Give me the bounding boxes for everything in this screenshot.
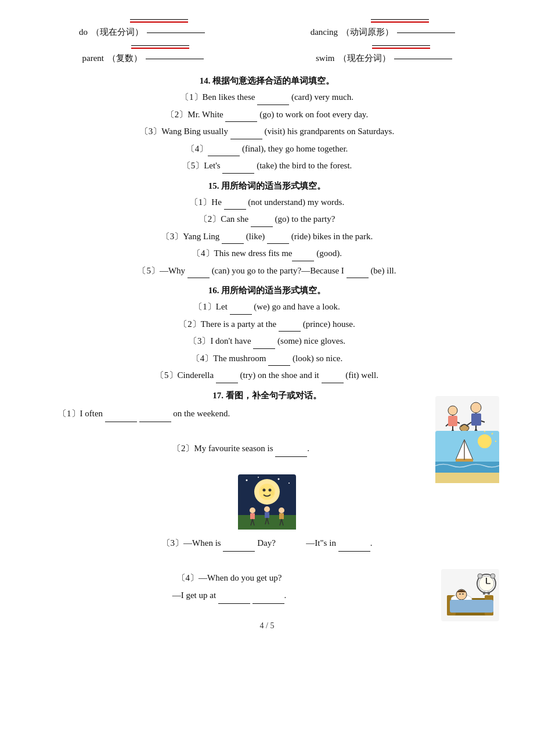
s14-item-2: 〔2〕Mr. White (go) to work on foot every … — [35, 107, 499, 123]
s15-item-3: 〔3〕Yang Ling (like) (ride) bikes in the … — [35, 229, 499, 244]
s16-item-2: 〔2〕There is a party at the (prince) hous… — [35, 317, 499, 332]
s16-item-4: 〔4〕The mushroom (look) so nice. — [35, 351, 499, 366]
line-1 — [372, 45, 430, 46]
s15-item-4: 〔4〕This new dress fits me (good). — [35, 246, 499, 261]
s14-blank-3[interactable] — [230, 130, 262, 139]
line-1 — [130, 19, 188, 20]
s17-blank-3a[interactable] — [223, 542, 255, 552]
s17-blank-1a[interactable] — [105, 413, 137, 422]
s14-item-5: 〔5〕Let's (take) the bird to the forest. — [35, 159, 499, 174]
s17-blank-3b[interactable] — [338, 542, 370, 552]
page-number: 4 / 5 — [35, 621, 499, 631]
s17-img-4 — [441, 569, 499, 624]
svg-rect-69 — [483, 592, 485, 595]
decorative-lines-swim — [372, 45, 430, 49]
s15-blank-3b[interactable] — [267, 235, 289, 244]
page: do （现在分词） dancing （动词原形） — [35, 19, 499, 631]
swim-answer-blank — [394, 58, 452, 59]
word-forms-section: do （现在分词） dancing （动词原形） — [35, 19, 499, 64]
s14-blank-4[interactable] — [208, 147, 240, 156]
dancing-form-label: （动词原形） — [341, 27, 394, 38]
svg-point-33 — [288, 483, 290, 484]
line-2-red — [372, 48, 430, 49]
svg-rect-43 — [250, 513, 255, 519]
svg-point-68 — [490, 574, 495, 578]
svg-rect-70 — [488, 592, 490, 595]
svg-point-39 — [263, 488, 266, 491]
s15-blank-5a[interactable] — [187, 269, 210, 278]
do-answer-blank — [147, 32, 205, 33]
s14-blank-5[interactable] — [222, 164, 254, 174]
s17-blank-2a[interactable] — [275, 448, 307, 457]
s16-blank-2a[interactable] — [279, 322, 301, 332]
s16-item-3: 〔3〕I don't have (some) nice gloves. — [35, 334, 499, 349]
dancing-form-inline: dancing （动词原形） — [311, 27, 455, 38]
section-16: 16. 用所给词的适当形式填空。 〔1〕Let (we) go and have… — [35, 285, 499, 383]
svg-point-42 — [250, 507, 255, 513]
decorative-lines-do — [130, 19, 188, 23]
s15-blank-1a[interactable] — [224, 200, 246, 210]
s17-item-3: 〔3〕—When is Day? —It"s in . — [35, 474, 499, 552]
decorative-lines-dancing — [371, 19, 429, 23]
s17-blank-1b[interactable] — [139, 413, 171, 422]
line-1 — [371, 19, 429, 20]
s14-blank-2[interactable] — [225, 113, 257, 122]
parent-word-label: parent — [82, 53, 104, 63]
word-form-row-2: parent （复数） swim （现在分词） — [35, 45, 499, 64]
s17-item-4: 〔4〕—When do you get up? —I get up at . — [35, 569, 499, 604]
line-2-red — [130, 21, 188, 23]
moon-festival-illustration — [238, 474, 296, 530]
parent-form-label: （复数） — [107, 53, 142, 64]
swim-form-inline: swim （现在分词） — [316, 53, 452, 64]
svg-point-31 — [258, 477, 259, 478]
s15-item-5: 〔5〕—Why (can) you go to the party?—Becau… — [35, 264, 499, 279]
dancing-word-label: dancing — [311, 27, 338, 37]
s17-item1-text: 〔1〕I often on the weekend. — [35, 405, 424, 422]
s17-item-1: 〔1〕I often on the weekend. — [35, 405, 499, 422]
section-17: 17. 看图，补全句子或对话。 — [35, 390, 499, 604]
dancing-answer-blank — [397, 32, 455, 33]
s17-item4-text: 〔4〕—When do you get up? —I get up at . — [35, 569, 424, 604]
s15-blank-4a[interactable] — [292, 252, 314, 261]
svg-point-19 — [478, 434, 492, 448]
s17-item-2: 〔2〕My favourite season is . — [35, 440, 499, 457]
s15-blank-2a[interactable] — [251, 218, 273, 227]
svg-point-30 — [246, 479, 248, 481]
s16-blank-1a[interactable] — [230, 305, 252, 315]
s17-blank-4b[interactable] — [252, 595, 284, 604]
s14-blank-1[interactable] — [257, 96, 289, 105]
s15-blank-5b[interactable] — [347, 269, 369, 278]
svg-rect-51 — [279, 513, 284, 519]
s16-item-5: 〔5〕Cinderella (try) on the shoe and it (… — [35, 368, 499, 383]
form-cell-parent: parent （复数） — [82, 45, 204, 64]
s15-blank-3a[interactable] — [222, 235, 244, 244]
s14-item-3: 〔3〕Wang Bing usually (visit) his grandpa… — [35, 124, 499, 139]
section-17-heading: 17. 看图，补全句子或对话。 — [35, 390, 499, 401]
s16-blank-4a[interactable] — [268, 357, 290, 366]
swim-word-label: swim — [316, 53, 335, 63]
parent-answer-blank — [146, 58, 204, 59]
season-illustration — [435, 431, 499, 483]
s16-blank-5b[interactable] — [322, 374, 344, 383]
svg-point-50 — [279, 507, 284, 513]
svg-point-9 — [471, 402, 481, 413]
clock-illustration — [441, 569, 499, 621]
s16-blank-3a[interactable] — [253, 340, 275, 349]
s14-item-4: 〔4〕 (final), they go home together. — [35, 142, 499, 157]
svg-rect-27 — [435, 473, 499, 483]
s17-img-2 — [435, 431, 499, 485]
s15-item-2: 〔2〕Can she (go) to the party? — [35, 212, 499, 227]
s14-item-1: 〔1〕Ben likes these (card) very much. — [35, 90, 499, 105]
section-16-heading: 16. 用所给词的适当形式填空。 — [35, 285, 499, 296]
parent-form-inline: parent （复数） — [82, 53, 204, 64]
form-cell-swim: swim （现在分词） — [316, 45, 452, 64]
do-form-inline: do （现在分词） — [79, 27, 205, 38]
s16-blank-5a[interactable] — [216, 374, 238, 383]
s15-item-1: 〔1〕He (not understand) my words. — [35, 195, 499, 210]
svg-point-32 — [278, 478, 280, 480]
s17-blank-4a[interactable] — [218, 595, 250, 604]
line-2-red — [371, 21, 429, 23]
section-15-heading: 15. 用所给词的适当形式填空。 — [35, 181, 499, 192]
svg-line-21 — [492, 433, 493, 434]
svg-point-2 — [448, 406, 457, 415]
